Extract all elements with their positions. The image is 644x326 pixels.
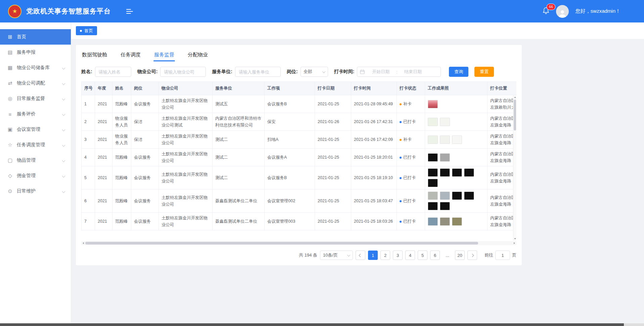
location-line-1: 内蒙古自治区呼和 xyxy=(490,97,516,104)
horizontal-scrollbar-track[interactable] xyxy=(85,242,512,245)
unit-filter-input[interactable] xyxy=(235,67,281,77)
result-photo-thumbnail[interactable] xyxy=(464,192,474,200)
page-size-select[interactable]: 10条/页 xyxy=(320,251,353,260)
total-count: 共 194 条 xyxy=(299,252,317,258)
vertical-scrollbar[interactable] xyxy=(513,95,516,240)
commission-icon: ◇ xyxy=(7,173,13,179)
scroll-right-arrow-icon[interactable] xyxy=(514,242,515,244)
sidebar-item-meeting-room[interactable]: ▣会议室管理 xyxy=(0,122,71,137)
tab-task-dispatch[interactable]: 任务调度 xyxy=(120,50,141,61)
vertical-scrollbar-thumb[interactable] xyxy=(514,100,516,130)
tab-service-supervision[interactable]: 服务监督 xyxy=(153,50,175,61)
user-greeting: 您好，swzxadmin！ xyxy=(576,8,620,14)
cell-unit: 测试二 xyxy=(213,131,265,149)
sidebar-item-company-reserve[interactable]: ▦物业公司储备库 xyxy=(0,60,71,75)
scroll-left-arrow-icon[interactable] xyxy=(83,242,84,244)
sidebar-item-service-evaluation[interactable]: ≡服务评价 xyxy=(0,106,71,122)
user-avatar[interactable] xyxy=(556,5,569,18)
page-button-5[interactable]: 5 xyxy=(418,251,427,260)
page-button-20[interactable]: 20 xyxy=(455,251,465,260)
page-button-4[interactable]: 4 xyxy=(405,251,415,260)
location-line-2: 左旗金海路 xyxy=(490,201,516,208)
cell-year: 2021 xyxy=(95,213,112,230)
sidebar-item-task-scheduling[interactable]: ☆任务调度管理 xyxy=(0,137,71,153)
location-line-2: 左旗金海路 xyxy=(490,221,516,228)
page-ellipsis[interactable]: ... xyxy=(443,251,452,260)
result-photo-thumbnail[interactable] xyxy=(428,100,438,108)
reset-button[interactable]: 重置 xyxy=(474,67,494,77)
sidebar-item-service-declaration[interactable]: ▤服务申报 xyxy=(0,45,71,60)
sidebar-item-home[interactable]: ⊞首页 xyxy=(0,29,71,45)
hamburger-icon xyxy=(126,9,133,14)
cell-post: 会议服务 xyxy=(131,189,159,213)
result-photo-thumbnail[interactable] xyxy=(464,168,474,177)
post-filter-select[interactable]: 全部 xyxy=(301,67,328,77)
result-photo-thumbnail[interactable] xyxy=(428,153,438,162)
post-filter-label: 岗位: xyxy=(287,69,298,75)
result-photo-thumbnail[interactable] xyxy=(440,192,450,200)
company-filter-input[interactable] xyxy=(160,67,206,77)
dot-icon xyxy=(80,30,82,32)
cell-clock-time: 2021-01-28 09:45:49 xyxy=(351,95,397,113)
result-photo-thumbnail[interactable] xyxy=(428,118,438,126)
page-button-3[interactable]: 3 xyxy=(393,251,403,260)
result-photo-thumbnail[interactable] xyxy=(452,192,462,200)
cell-year: 2021 xyxy=(95,113,112,131)
sidebar-item-daily-maintenance[interactable]: ⊙日常维护 xyxy=(0,183,71,199)
horizontal-scrollbar-thumb[interactable] xyxy=(85,242,478,245)
result-photo-thumbnail[interactable] xyxy=(440,217,450,226)
cell-clock-location: 内蒙古自治区呼和左旗金海路 xyxy=(488,131,517,149)
cell-clock-location: 内蒙古自治区呼和左旗金海路 xyxy=(488,149,517,166)
next-page-button[interactable] xyxy=(467,251,477,260)
scroll-up-arrow-icon[interactable] xyxy=(513,95,516,99)
table-row: 12021范殿峰会议服务土默特左旗金川开发区物业公司测试五会议服务B2021-0… xyxy=(82,95,517,113)
column-header-clock-location: 打卡位置 xyxy=(488,82,517,95)
result-photo-thumbnail[interactable] xyxy=(440,202,450,210)
page-button-2[interactable]: 2 xyxy=(380,251,390,260)
result-photo-thumbnail[interactable] xyxy=(428,217,438,226)
result-photo-thumbnail[interactable] xyxy=(452,168,462,177)
page-button-1[interactable]: 1 xyxy=(368,251,378,260)
search-button[interactable]: 查询 xyxy=(449,67,468,77)
result-photo-thumbnail[interactable] xyxy=(440,118,450,126)
tab-assign-property[interactable]: 分配物业 xyxy=(187,50,209,61)
table-viewport: 序号年度姓名岗位物业公司服务单位工作项打卡日期打卡时间打卡状态工作成果照打卡位置… xyxy=(81,82,516,240)
result-photo-thumbnail[interactable] xyxy=(428,135,438,144)
clock-time-range-picker[interactable]: 开始日期 : 结束日期 xyxy=(357,67,441,77)
result-photo-thumbnail[interactable] xyxy=(452,217,462,226)
cell-clock-status: 已打卡 xyxy=(397,166,425,189)
notification-bell[interactable]: 66 xyxy=(543,7,549,15)
sidebar-collapse-button[interactable] xyxy=(126,9,133,14)
chevron-down-icon xyxy=(62,128,65,131)
horizontal-scrollbar[interactable] xyxy=(81,241,516,245)
browser-horizontal-scrollbar-thumb[interactable] xyxy=(0,323,624,326)
chevron-down-icon xyxy=(347,253,351,257)
goto-page-input[interactable] xyxy=(495,251,510,260)
sidebar-item-company-dispatch[interactable]: ⇄物业公司调配 xyxy=(0,75,71,91)
result-photo-thumbnail[interactable] xyxy=(452,135,462,144)
prev-page-button[interactable] xyxy=(356,251,365,260)
sidebar-item-daily-supervision[interactable]: ◎日常服务监督 xyxy=(0,91,71,106)
location-line-2: 左旗金海路 xyxy=(490,122,516,128)
breadcrumb-home-chip[interactable]: 首页 xyxy=(76,26,97,35)
result-photo-thumbnail[interactable] xyxy=(428,192,438,200)
result-photo-thumbnail[interactable] xyxy=(428,179,438,187)
result-photo-thumbnail[interactable] xyxy=(440,153,450,162)
cell-year: 2021 xyxy=(95,149,112,166)
browser-horizontal-scrollbar[interactable] xyxy=(0,323,644,326)
name-filter-input[interactable] xyxy=(95,67,131,77)
cell-post: 保洁 xyxy=(131,113,159,131)
cell-no: 6 xyxy=(82,189,95,213)
sidebar-item-goods[interactable]: ▢物品管理 xyxy=(0,153,71,168)
page-button-6[interactable]: 6 xyxy=(430,251,440,260)
status-dot-icon xyxy=(400,157,402,159)
tab-data-cockpit[interactable]: 数据驾驶舱 xyxy=(81,50,108,61)
result-photo-thumbnail[interactable] xyxy=(440,135,450,144)
result-photo-thumbnail[interactable] xyxy=(428,202,438,210)
result-photo-thumbnail[interactable] xyxy=(440,168,450,177)
notification-badge: 66 xyxy=(547,4,555,10)
sidebar-item-commission[interactable]: ◇佣金管理 xyxy=(0,168,71,183)
scroll-down-arrow-icon[interactable] xyxy=(513,237,516,240)
result-photo-thumbnail[interactable] xyxy=(428,168,438,177)
post-filter-value: 全部 xyxy=(304,69,312,75)
